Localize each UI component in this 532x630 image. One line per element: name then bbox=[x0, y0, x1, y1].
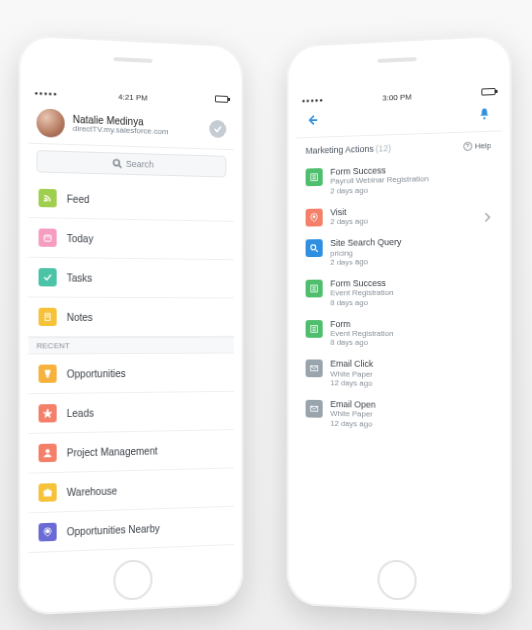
action-row[interactable]: Email ClickWhite Paper12 days ago bbox=[296, 353, 501, 396]
nav-item-leads[interactable]: Leads bbox=[28, 392, 233, 434]
svg-rect-3 bbox=[44, 235, 51, 241]
email-icon bbox=[306, 400, 323, 418]
action-title: Form bbox=[330, 319, 393, 329]
tasks-icon bbox=[39, 268, 57, 286]
battery-icon bbox=[481, 88, 495, 96]
nav-item-notes[interactable]: Notes bbox=[28, 297, 233, 337]
screen-left: ●●●●● 4:21 PM Natalie Medinya directTV.m… bbox=[28, 84, 233, 557]
feed-icon bbox=[39, 189, 57, 208]
form-icon bbox=[306, 280, 323, 298]
search-placeholder: Search bbox=[126, 159, 154, 170]
action-age: 12 days ago bbox=[330, 378, 373, 388]
opp-icon bbox=[39, 365, 57, 383]
search-input[interactable]: Search bbox=[36, 150, 226, 177]
statusbar-time: 4:21 PM bbox=[118, 92, 147, 102]
battery-icon bbox=[215, 95, 228, 102]
form-icon bbox=[306, 168, 323, 186]
action-subtitle: White Paper bbox=[330, 409, 375, 419]
ware-icon bbox=[39, 483, 57, 502]
nav-item-project-management[interactable]: Project Management bbox=[28, 430, 233, 474]
search-icon bbox=[112, 158, 122, 168]
action-row[interactable]: Email OpenWhite Paper12 days ago bbox=[296, 393, 501, 437]
svg-marker-9 bbox=[43, 409, 51, 418]
action-age: 2 days ago bbox=[330, 257, 401, 267]
action-title: Email Click bbox=[330, 359, 373, 370]
nav-item-feed[interactable]: Feed bbox=[28, 178, 233, 222]
help-link[interactable]: ? Help bbox=[463, 140, 492, 150]
nav-item-label: Project Management bbox=[67, 445, 158, 458]
svg-point-15 bbox=[483, 117, 485, 119]
action-age: 2 days ago bbox=[330, 184, 428, 196]
nav-item-label: Tasks bbox=[67, 272, 92, 283]
nav-item-label: Leads bbox=[67, 407, 94, 419]
help-label: Help bbox=[475, 140, 492, 150]
statusbar-time: 3:00 PM bbox=[382, 92, 411, 102]
nav-item-label: Warehouse bbox=[67, 485, 117, 498]
chevron-right-icon bbox=[483, 208, 491, 226]
notes-icon bbox=[39, 308, 57, 326]
action-age: 12 days ago bbox=[330, 419, 375, 429]
checkmark-icon[interactable] bbox=[209, 120, 226, 138]
action-row[interactable]: Form SuccessEvent Registration8 days ago bbox=[296, 271, 501, 313]
profile-domain: directTV.my.salesforce.com bbox=[73, 125, 169, 137]
search-icon bbox=[306, 239, 323, 257]
svg-point-0 bbox=[113, 160, 119, 166]
svg-point-2 bbox=[44, 200, 46, 202]
svg-rect-11 bbox=[44, 492, 51, 496]
action-subtitle: Event Registration bbox=[330, 288, 393, 297]
form-icon bbox=[306, 320, 323, 338]
email-icon bbox=[306, 360, 323, 378]
today-icon bbox=[39, 228, 57, 247]
nav-item-opportunities[interactable]: Opportunities bbox=[28, 353, 233, 394]
action-title: Site Search Query bbox=[330, 237, 401, 248]
svg-marker-12 bbox=[43, 489, 51, 492]
svg-point-13 bbox=[46, 529, 49, 533]
back-arrow-icon bbox=[306, 113, 319, 127]
back-button[interactable] bbox=[306, 113, 319, 131]
recent-label: RECENT bbox=[28, 337, 233, 355]
action-title: Email Open bbox=[330, 399, 375, 410]
action-age: 2 days ago bbox=[330, 217, 368, 227]
action-title: Form Success bbox=[330, 278, 393, 289]
visit-icon bbox=[306, 208, 323, 226]
nav-item-label: Opportunities bbox=[67, 368, 126, 380]
svg-line-1 bbox=[119, 165, 121, 168]
nearby-icon bbox=[39, 523, 57, 542]
marketing-header: Marketing Actions bbox=[306, 144, 374, 156]
action-subtitle: White Paper bbox=[330, 369, 373, 378]
home-button-right[interactable] bbox=[378, 559, 417, 601]
phone-left: ●●●●● 4:21 PM Natalie Medinya directTV.m… bbox=[18, 34, 243, 616]
action-age: 8 days ago bbox=[330, 298, 393, 307]
action-title: Visit bbox=[330, 206, 368, 217]
svg-point-10 bbox=[46, 449, 49, 452]
nav-item-label: Opportunities Nearby bbox=[67, 523, 160, 537]
action-subtitle: Event Registration bbox=[330, 329, 393, 338]
nav-item-label: Notes bbox=[67, 311, 93, 322]
screen-right: ●●●●● 3:00 PM Marketing Actions(12) bbox=[296, 84, 501, 557]
phone-right: ●●●●● 3:00 PM Marketing Actions(12) bbox=[287, 34, 512, 616]
nav-item-tasks[interactable]: Tasks bbox=[28, 258, 233, 299]
avatar bbox=[36, 108, 64, 137]
svg-point-21 bbox=[311, 245, 316, 250]
action-age: 8 days ago bbox=[330, 338, 393, 347]
nav-item-label: Feed bbox=[67, 193, 90, 205]
bell-icon[interactable] bbox=[477, 106, 491, 125]
marketing-count: (12) bbox=[376, 143, 392, 153]
svg-point-20 bbox=[313, 215, 315, 217]
svg-line-22 bbox=[316, 250, 318, 252]
help-icon: ? bbox=[463, 141, 472, 150]
action-row[interactable]: Form SuccessPayroll Webinar Registration… bbox=[296, 156, 501, 202]
svg-rect-8 bbox=[47, 375, 49, 378]
nav-item-today[interactable]: Today bbox=[28, 218, 233, 260]
profile-header[interactable]: Natalie Medinya directTV.my.salesforce.c… bbox=[28, 102, 233, 150]
action-row[interactable]: Visit2 days ago bbox=[296, 197, 501, 233]
proj-icon bbox=[39, 444, 57, 463]
action-row[interactable]: FormEvent Registration8 days ago bbox=[296, 312, 501, 353]
home-button-left[interactable] bbox=[113, 559, 152, 601]
nav-item-label: Today bbox=[67, 232, 94, 244]
action-row[interactable]: Site Search Querypricing2 days ago bbox=[296, 230, 501, 273]
nav-item-opportunities-nearby[interactable]: Opportunities Nearby bbox=[28, 507, 233, 553]
leads-icon bbox=[39, 404, 57, 423]
